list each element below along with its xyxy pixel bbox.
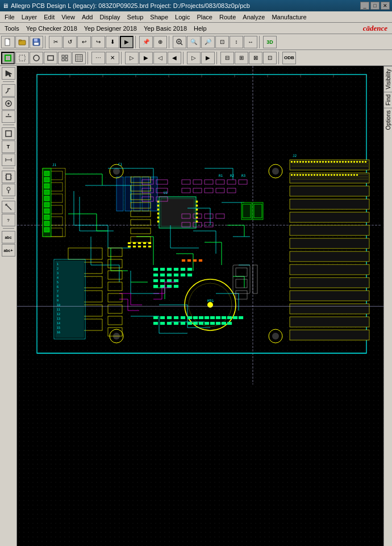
tb-bookmark[interactable]: ⊕ (153, 36, 167, 48)
tb-pin[interactable]: 📌 (139, 36, 153, 48)
menu-display[interactable]: Display (96, 13, 123, 22)
svg-rect-124 (325, 161, 327, 163)
menu-layer[interactable]: Layer (18, 13, 41, 22)
tb2-arr5[interactable]: ▷ (187, 52, 201, 64)
lt-text[interactable]: T (2, 140, 15, 153)
menu-place[interactable]: Place (193, 13, 216, 22)
menu-view[interactable]: View (58, 13, 78, 22)
tb2-grid[interactable] (72, 52, 86, 64)
menu-tools[interactable]: Tools (1, 24, 23, 33)
svg-rect-153 (331, 174, 332, 176)
svg-rect-260 (199, 259, 202, 262)
tb-zoom-fit[interactable]: ⊡ (215, 36, 229, 48)
lt-measure[interactable] (2, 201, 15, 213)
svg-rect-259 (193, 259, 197, 262)
tb-undo[interactable]: ↩ (77, 36, 91, 48)
tb2-arr2[interactable]: ▶ (139, 52, 153, 64)
tb-new[interactable] (1, 36, 15, 48)
svg-rect-138 (365, 161, 366, 163)
lt-via[interactable] (2, 97, 15, 110)
tb-3d[interactable]: 3D (263, 36, 277, 48)
tb-zoom-prev[interactable]: ↕ (230, 36, 243, 48)
lt-route[interactable] (2, 84, 15, 97)
menu-manufacture[interactable]: Manufacture (268, 13, 310, 22)
svg-rect-322 (254, 204, 262, 218)
lt-part[interactable] (2, 171, 15, 183)
tb-down[interactable]: ⬇ (106, 36, 119, 48)
svg-rect-246 (167, 322, 172, 325)
tb-open[interactable] (15, 36, 29, 48)
menu-yep-designer[interactable]: Yep Designer 2018 (81, 24, 140, 33)
tb2-circle[interactable] (30, 52, 43, 64)
tb-zoom-world[interactable]: ↔ (244, 36, 257, 48)
svg-rect-117 (305, 161, 307, 163)
tb-zoom-in[interactable]: 🔍 (187, 36, 201, 48)
svg-rect-60 (44, 184, 49, 188)
tb-save[interactable] (30, 36, 43, 48)
tb2-odb[interactable]: ODB (282, 52, 296, 64)
menu-route[interactable]: Route (216, 13, 239, 22)
svg-rect-216 (160, 274, 165, 276)
minimize-button[interactable]: _ (360, 2, 369, 10)
tb2-plus[interactable]: ⊞ (235, 52, 248, 64)
svg-rect-308 (128, 246, 131, 247)
svg-rect-142 (299, 174, 301, 176)
tb2-arr4[interactable]: ◀ (168, 52, 181, 64)
svg-rect-78 (157, 213, 159, 214)
lt-pin[interactable] (2, 184, 15, 196)
maximize-button[interactable]: □ (370, 2, 380, 10)
menu-analyze[interactable]: Analyze (239, 13, 268, 22)
tb-zoom-area[interactable] (173, 36, 186, 48)
tb2-rect[interactable] (44, 52, 57, 64)
svg-rect-252 (205, 322, 209, 325)
lt-add-connect[interactable] (2, 110, 15, 123)
tb2-select2[interactable] (15, 52, 29, 64)
options-tab[interactable]: Options (384, 107, 392, 132)
menu-file[interactable]: File (1, 13, 18, 22)
menu-logic[interactable]: Logic (172, 13, 193, 22)
pcb-canvas-wrapper[interactable]: J1 C1 U1 MTG J2 R1 R2 R3 12 34 56 78 (17, 66, 383, 546)
find-tab[interactable]: Find (384, 92, 392, 107)
visibility-tab[interactable]: Visibility (384, 66, 392, 92)
lt-shape[interactable] (2, 127, 15, 140)
lt-abc[interactable]: abc (2, 231, 15, 243)
menu-yep-basic[interactable]: Yep Basic 2018 (140, 24, 190, 33)
tb2-select1[interactable] (1, 52, 15, 64)
tb2-arr6[interactable]: ▶ (201, 52, 215, 64)
tb2-arr3[interactable]: ◁ (153, 52, 167, 64)
menu-add[interactable]: Add (78, 13, 97, 22)
svg-rect-309 (133, 246, 136, 247)
lt-abc2[interactable]: abc+ (2, 244, 15, 257)
tb2-cross[interactable] (58, 52, 72, 64)
svg-rect-232 (174, 316, 178, 319)
svg-rect-234 (187, 316, 192, 319)
svg-rect-241 (227, 316, 232, 319)
tb2-x[interactable]: ✕ (106, 52, 119, 64)
lt-query[interactable]: ? (2, 214, 15, 226)
close-button[interactable]: ✕ (381, 2, 390, 10)
tb-redo[interactable]: ↪ (91, 36, 105, 48)
menu-yep-checker[interactable]: Yep Checker 2018 (23, 24, 81, 33)
tb2-sep-2 (121, 52, 123, 64)
tb-run[interactable]: ▶ (120, 36, 134, 48)
tb-sep-2 (135, 36, 137, 48)
tb-refresh[interactable]: ↺ (63, 36, 77, 48)
menu-help[interactable]: Help (190, 24, 210, 33)
svg-rect-83 (196, 209, 198, 210)
svg-rect-233 (181, 316, 185, 319)
menu-setup[interactable]: Setup (124, 13, 147, 22)
tb2-minus[interactable]: ⊟ (220, 52, 234, 64)
tb2-x2[interactable]: ⊠ (249, 52, 262, 64)
tb2-arr1[interactable]: ▷ (125, 52, 139, 64)
lt-dimension[interactable] (2, 154, 15, 166)
lt-select[interactable] (2, 67, 15, 80)
tb2-sep-3 (183, 52, 185, 64)
tb-cut[interactable]: ✂ (49, 36, 62, 48)
menu-edit[interactable]: Edit (40, 13, 58, 22)
menu-shape[interactable]: Shape (147, 13, 172, 22)
tb2-sq[interactable]: ⊡ (263, 52, 277, 64)
tb-zoom-out[interactable]: 🔎 (201, 36, 215, 48)
svg-rect-105 (290, 251, 369, 262)
svg-rect-76 (157, 205, 159, 206)
tb2-dots[interactable]: ⋯ (91, 52, 105, 64)
